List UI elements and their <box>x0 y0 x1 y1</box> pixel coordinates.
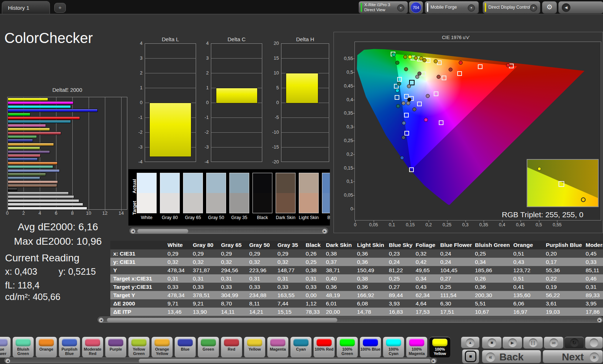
patch-button-100-yellow[interactable]: 100% Yellow <box>429 337 451 358</box>
scroll-left-icon[interactable]: ◀ <box>5 359 10 363</box>
tick-label: 4 <box>196 40 209 46</box>
table-row: ΔE ITP13,4613,9014,1114,2115,1578,3320,0… <box>110 308 603 316</box>
scroll-left-icon[interactable]: ◀ <box>99 318 103 322</box>
back-button[interactable]: « Back <box>482 350 541 363</box>
tick-label: -10 <box>266 129 279 135</box>
loop-button[interactable]: ∞ <box>544 337 564 349</box>
swatch-strip-scrollbar[interactable]: ◀▶ <box>129 228 328 234</box>
patch-button-red[interactable]: Red <box>221 337 242 358</box>
table-cell: 0,38 <box>354 274 386 283</box>
gridline <box>281 117 329 118</box>
patch-button-100-cyan[interactable]: 100% Cyan <box>383 337 404 358</box>
patch-label: Purple <box>105 347 126 351</box>
de2000-bar <box>8 150 50 154</box>
table-cell: 0,27 <box>386 283 413 291</box>
swatch-label: Blue <box>320 215 330 220</box>
back-label: Back <box>500 351 524 363</box>
pattern-source-dropdown[interactable]: Mobile Forge ▼ <box>425 1 479 14</box>
swatch-target <box>253 193 272 213</box>
table-cell: 0,17 <box>543 258 583 266</box>
de2000-bar <box>8 146 40 150</box>
patch-button-blue[interactable]: Blue <box>174 337 196 358</box>
table-row: Y478,34371,87294,56223,96148,770,3838,71… <box>110 266 603 274</box>
de2000-bar <box>8 169 60 172</box>
blank-transport-button[interactable] <box>585 337 603 349</box>
table-scrollbar[interactable]: ◀▶ <box>98 317 603 323</box>
tick-label: -1 <box>129 115 143 120</box>
table-cell: 0,32 <box>165 258 190 266</box>
tab-history-1[interactable]: History 1 <box>2 1 50 14</box>
refresh-button[interactable]: ↻ <box>564 337 584 349</box>
display-control-dropdown[interactable]: Direct Display Control ▼ <box>483 1 540 14</box>
table-cell: 0,31 <box>165 274 190 283</box>
swatch-actual <box>160 173 179 193</box>
table-cell: 294,56 <box>218 266 246 274</box>
table-row-label: ΔE 2000 <box>110 299 165 308</box>
stop-button[interactable]: ■ <box>482 337 502 349</box>
frame-step-button[interactable]: [·] <box>523 337 543 349</box>
patch-swatch <box>386 339 401 346</box>
table-header-cell: Bluish Green <box>472 241 510 249</box>
table-cell: 0,32 <box>413 249 437 258</box>
patch-button-100-magenta[interactable]: 100% Magenta <box>406 337 428 358</box>
cie-measured-marker <box>397 82 401 86</box>
play-button[interactable]: ▶ <box>502 337 522 349</box>
patch-button-100-red[interactable]: 100% Red <box>313 337 335 358</box>
chevron-down-icon[interactable]: ▼ <box>468 4 475 12</box>
next-button[interactable]: Next » <box>543 350 603 363</box>
add-tab-button[interactable]: + <box>54 3 66 13</box>
collapse-panel-button[interactable]: ◀ <box>558 1 603 14</box>
scroll-right-icon[interactable]: ▶ <box>597 318 602 322</box>
top-divider <box>0 14 603 15</box>
pattern-up-button[interactable]: ▲ <box>461 337 480 348</box>
scroll-right-icon[interactable]: ▶ <box>431 359 436 363</box>
stop-pattern-button[interactable]: ■ <box>462 349 479 364</box>
table-cell: 0,19 <box>543 283 583 291</box>
table-cell: 304,99 <box>218 291 246 299</box>
patch-button-yellow[interactable]: Yellow <box>244 337 266 358</box>
patch-button-purple[interactable]: Purple <box>105 337 127 358</box>
patch-button-yellow-green[interactable]: Yellow Green <box>128 337 150 358</box>
scroll-left-icon[interactable]: ◀ <box>131 229 135 234</box>
patch-button-orange-yellow[interactable]: Orange Yellow <box>151 337 173 358</box>
patch-label: Yellow <box>244 347 265 351</box>
patch-button-blue-flower[interactable]: Blue Flower <box>0 337 11 358</box>
stop-icon: ■ <box>488 338 496 347</box>
tick-label: 0 <box>4 210 11 216</box>
chevron-down-icon[interactable]: ▼ <box>397 4 404 12</box>
table-cell: 6,08 <box>354 299 386 308</box>
patch-button-cyan[interactable]: Cyan <box>290 337 312 358</box>
scrollbar-thumb[interactable] <box>107 318 337 322</box>
tick-label: 15 <box>266 55 279 61</box>
patch-button-100-green[interactable]: 100% Green <box>336 337 358 358</box>
swatch-target <box>160 193 179 213</box>
chevron-down-icon[interactable]: ▼ <box>530 4 537 12</box>
table-cell: 0,25 <box>472 249 510 258</box>
patch-button-bluish-green[interactable]: Bluish Green <box>12 337 34 358</box>
table-header-cell: Purplish Blue <box>543 241 583 249</box>
patch-bar-scrollbar[interactable]: ◀▶ <box>4 357 437 363</box>
scrollbar-thumb[interactable] <box>139 359 431 363</box>
swatch <box>183 173 203 213</box>
patch-button-green[interactable]: Green <box>198 337 219 358</box>
meter-badge-button[interactable]: 704 <box>409 1 423 14</box>
gridline <box>145 58 196 59</box>
patch-button-magenta[interactable]: Magenta <box>267 337 289 358</box>
patch-button-moderate-red[interactable]: Moderate Red <box>82 337 103 358</box>
patch-button-purplish-blue[interactable]: Purplish Blue <box>59 337 80 358</box>
table-cell: 0,33 <box>583 258 603 266</box>
patch-button-100-blue[interactable]: 100% Blue <box>360 337 381 358</box>
gridline <box>281 147 329 147</box>
gear-icon[interactable]: ⚙ <box>542 1 557 14</box>
meter-dropdown[interactable]: X-Rite i1Pro 3 Direct View ▼ <box>358 1 408 14</box>
de2000-bar <box>8 173 46 176</box>
scroll-right-icon[interactable]: ▶ <box>322 229 327 234</box>
table-cell: 0,33 <box>165 283 190 291</box>
inset-measured-circle <box>581 197 586 202</box>
scrollbar-thumb[interactable] <box>137 229 188 234</box>
table-cell: 17,51 <box>437 308 472 316</box>
tick-label: 3 <box>196 55 209 61</box>
tick-label: -20 <box>266 159 279 164</box>
patch-button-orange[interactable]: Orange <box>35 337 57 358</box>
swatch-strip-panel: ActualTargetWhiteGray 80Gray 65Gray 50Gr… <box>128 169 330 226</box>
